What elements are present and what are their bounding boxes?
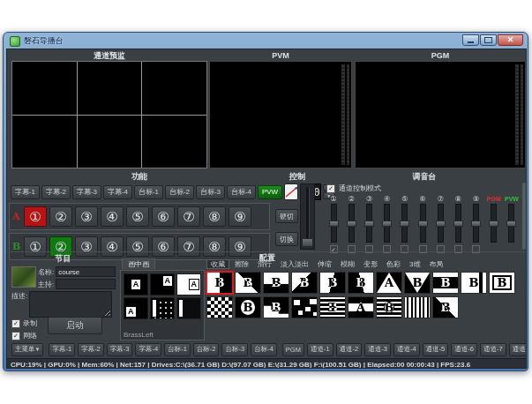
function-button[interactable]: 台标-1 (134, 185, 163, 199)
audio-fader[interactable]: PGM (485, 195, 503, 253)
transition-thumbnail[interactable] (291, 296, 318, 318)
network-checkbox[interactable] (11, 332, 20, 340)
host-input[interactable] (56, 279, 116, 289)
channel-button[interactable]: 通道-5 (423, 343, 449, 356)
title-bar[interactable]: 磐石导播台 ✕ (6, 33, 525, 49)
name-input[interactable] (56, 266, 116, 277)
fader-track[interactable] (438, 204, 444, 243)
bus-a-source-button[interactable]: ④ (101, 206, 124, 227)
bus-a-source-button[interactable]: ⑦ (177, 206, 200, 227)
audio-fader[interactable]: ④ (378, 195, 396, 253)
fader-track[interactable] (348, 204, 355, 243)
transition-thumbnail[interactable]: B (376, 296, 402, 318)
transition-thumbnail[interactable]: B (319, 272, 346, 294)
pip-layout-thumbnail[interactable] (150, 297, 175, 319)
channel-control-mode-checkbox[interactable] (326, 184, 335, 193)
preview-cell[interactable] (78, 62, 142, 115)
transition-category-tab[interactable]: 模糊 (337, 259, 358, 269)
description-textarea[interactable] (29, 291, 112, 318)
audio-fader[interactable]: ⑨ (468, 195, 485, 253)
transition-thumbnail[interactable]: B (432, 296, 459, 318)
transition-category-tab[interactable]: 色彩 (383, 259, 404, 269)
channel-button[interactable]: 通道-3 (364, 343, 391, 356)
transition-thumbnail[interactable]: B (432, 272, 459, 294)
pip-layout-thumbnail[interactable]: A (124, 297, 148, 319)
toolbar-function-button[interactable]: 字幕-3 (107, 343, 133, 356)
function-button[interactable]: 字幕-2 (41, 185, 71, 199)
mixer-scrollbar[interactable] (522, 183, 526, 250)
transition-category-tab[interactable]: 3维 (406, 259, 423, 269)
bus-a-source-button[interactable]: ① (24, 206, 47, 227)
toolbar-function-button[interactable]: 台标-1 (164, 343, 191, 356)
transition-thumbnail[interactable]: B (319, 296, 346, 318)
audio-fader[interactable]: ① (325, 195, 342, 253)
preview-cell[interactable] (12, 62, 77, 115)
fader-handle[interactable] (418, 221, 428, 227)
function-button[interactable]: 字幕-1 (11, 185, 40, 199)
toolbar-function-button[interactable]: 字幕-4 (135, 343, 161, 356)
pip-layout-thumbnail[interactable]: A (150, 273, 175, 296)
transition-thumbnail[interactable]: A (376, 272, 402, 294)
transition-thumbnail[interactable]: B (263, 272, 289, 294)
transition-category-tab[interactable]: 布局 (425, 259, 446, 269)
fader-handle[interactable] (489, 221, 498, 227)
toolbar-function-button[interactable]: 台标-3 (221, 343, 248, 356)
transition-thumbnail[interactable]: B (263, 296, 289, 318)
fader-track[interactable] (473, 204, 479, 243)
transition-thumbnail[interactable]: B (348, 272, 374, 294)
transition-thumbnail[interactable]: B (291, 272, 318, 294)
audio-fader[interactable]: ③ (360, 195, 378, 253)
fader-track[interactable] (455, 204, 461, 243)
take-button[interactable]: 切换 (275, 232, 298, 246)
audio-fader[interactable]: ② (342, 195, 360, 253)
fader-track[interactable] (384, 204, 390, 243)
toolbar-function-button[interactable]: 台标-2 (193, 343, 220, 356)
preview-cell[interactable] (12, 116, 77, 168)
bus-a-source-button[interactable]: ③ (75, 206, 98, 227)
transition-thumbnail[interactable]: B (404, 272, 431, 294)
transition-thumbnail[interactable]: B (206, 272, 233, 294)
fader-handle[interactable] (453, 221, 463, 227)
transition-thumbnail[interactable]: B (461, 272, 487, 294)
channel-button[interactable]: 通道-6 (451, 343, 477, 356)
t-bar-handle[interactable] (302, 238, 313, 247)
fader-handle[interactable] (382, 221, 392, 227)
fader-track[interactable] (420, 204, 426, 243)
transition-thumbnail[interactable]: A (348, 296, 374, 318)
bus-a-source-button[interactable]: ⑧ (203, 206, 226, 227)
fader-handle[interactable] (347, 221, 356, 227)
transition-category-tab[interactable]: 伸缩 (314, 259, 335, 269)
fader-handle[interactable] (471, 221, 481, 227)
main-menu-button[interactable]: 主菜单 ▼ (11, 343, 43, 356)
toolbar-function-button[interactable]: 字幕-1 (49, 343, 75, 356)
channel-button[interactable]: 通道-2 (336, 343, 363, 356)
audio-fader[interactable]: ⑥ (414, 195, 431, 253)
audio-fader[interactable]: ⑦ (431, 195, 449, 253)
fader-handle[interactable] (436, 221, 446, 227)
transition-category-tab[interactable]: 收藏 (206, 259, 229, 269)
function-button[interactable]: 台标-2 (165, 185, 194, 199)
maximize-button[interactable] (480, 34, 497, 46)
program-thumbnail[interactable] (11, 266, 36, 288)
bus-a-source-button[interactable]: ⑥ (152, 206, 175, 227)
bus-a-source-button[interactable]: ⑤ (126, 206, 149, 227)
preview-cell[interactable] (142, 116, 206, 168)
pgm-toolbar-button[interactable]: PGM (282, 343, 304, 356)
close-button[interactable]: ✕ (498, 34, 523, 46)
start-button[interactable]: 启动 (48, 317, 102, 334)
fader-track[interactable] (331, 204, 337, 243)
channel-button[interactable]: 通道-8 (509, 343, 527, 356)
t-bar-slider[interactable] (300, 183, 315, 250)
transition-thumbnail[interactable]: B (235, 296, 261, 318)
fader-handle[interactable] (329, 221, 339, 227)
function-button[interactable]: 台标-4 (227, 185, 256, 199)
transition-thumbnail[interactable] (206, 296, 233, 318)
transition-category-tab[interactable]: 变形 (360, 259, 381, 269)
fader-track[interactable] (366, 204, 372, 243)
pip-tab[interactable]: 画中画 (122, 258, 155, 269)
transitions-scrollbar[interactable] (526, 272, 527, 337)
audio-fader[interactable]: PVW (503, 195, 521, 253)
pip-layout-thumbnail[interactable]: A (124, 273, 148, 296)
function-button[interactable]: 字幕-3 (72, 185, 101, 199)
fader-track[interactable] (508, 204, 514, 243)
